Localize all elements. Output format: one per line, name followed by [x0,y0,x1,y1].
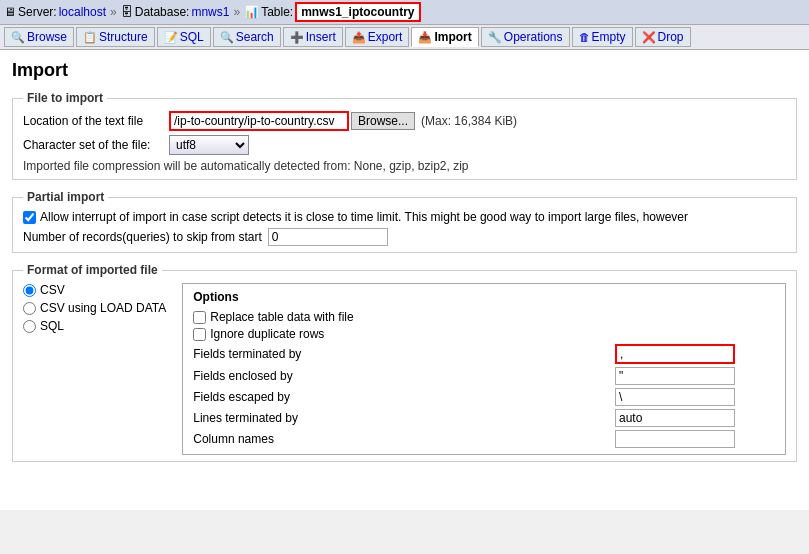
tab-browse-label: Browse [27,30,67,44]
db-link[interactable]: mnws1 [191,5,229,19]
sep1: » [110,5,117,19]
browse-button[interactable]: Browse... [351,112,415,130]
tab-operations-label: Operations [504,30,563,44]
table-breadcrumb: 📊 Table: mnws1_iptocountry [244,2,420,22]
format-csv-radio[interactable] [23,284,36,297]
file-location-row: Location of the text file Browse... (Max… [23,111,786,131]
charset-row: Character set of the file: utf8 latin1 u… [23,135,786,155]
format-csv-load-label: CSV using LOAD DATA [40,301,166,315]
file-input-group: Browse... [169,111,415,131]
table-icon: 📊 [244,5,259,19]
location-label: Location of the text file [23,114,163,128]
tab-insert-label: Insert [306,30,336,44]
tab-import-label: Import [434,30,471,44]
db-icon: 🗄 [121,5,133,19]
tab-insert[interactable]: ➕ Insert [283,27,343,47]
search-icon: 🔍 [220,31,234,44]
partial-import-section: Partial import Allow interrupt of import… [12,190,797,253]
compression-note: Imported file compression will be automa… [23,159,786,173]
drop-icon: ❌ [642,31,656,44]
replace-label: Replace table data with file [210,310,353,324]
db-breadcrumb[interactable]: 🗄 Database: mnws1 [121,5,230,19]
tab-search[interactable]: 🔍 Search [213,27,281,47]
lines-terminated-label: Lines terminated by [193,411,609,425]
export-icon: 📤 [352,31,366,44]
max-size-label: (Max: 16,384 KiB) [421,114,517,128]
import-icon: 📥 [418,31,432,44]
structure-icon: 📋 [83,31,97,44]
format-legend: Format of imported file [23,263,162,277]
tab-sql[interactable]: 📝 SQL [157,27,211,47]
format-sql-label: SQL [40,319,64,333]
fields-escaped-input[interactable] [615,388,735,406]
allow-interrupt-row: Allow interrupt of import in case script… [23,210,786,224]
tab-browse[interactable]: 🔍 Browse [4,27,74,47]
tab-operations[interactable]: 🔧 Operations [481,27,570,47]
ignore-label: Ignore duplicate rows [210,327,324,341]
options-grid: Replace table data with file Ignore dupl… [193,310,775,448]
file-to-import-legend: File to import [23,91,107,105]
fields-enclosed-label: Fields enclosed by [193,369,609,383]
tab-structure[interactable]: 📋 Structure [76,27,155,47]
records-input[interactable] [268,228,388,246]
fields-enclosed-input[interactable] [615,367,735,385]
format-csv-label: CSV [40,283,65,297]
tab-empty[interactable]: 🗑 Empty [572,27,633,47]
server-breadcrumb[interactable]: 🖥 Server: localhost [4,5,106,19]
browse-icon: 🔍 [11,31,25,44]
tab-sql-label: SQL [180,30,204,44]
fields-escaped-label: Fields escaped by [193,390,609,404]
tab-bar: 🔍 Browse 📋 Structure 📝 SQL 🔍 Search ➕ In… [0,25,809,50]
tab-search-label: Search [236,30,274,44]
allow-interrupt-checkbox[interactable] [23,211,36,224]
replace-checkbox[interactable] [193,311,206,324]
sql-icon: 📝 [164,31,178,44]
records-row: Number of records(queries) to skip from … [23,228,786,246]
empty-icon: 🗑 [579,31,590,43]
tab-drop-label: Drop [658,30,684,44]
operations-icon: 🔧 [488,31,502,44]
ignore-row: Ignore duplicate rows [193,327,775,341]
sep2: » [233,5,240,19]
column-names-label: Column names [193,432,609,446]
fields-terminated-input[interactable] [615,344,735,364]
tab-export[interactable]: 📤 Export [345,27,410,47]
ignore-checkbox[interactable] [193,328,206,341]
format-options-left: CSV CSV using LOAD DATA SQL [23,283,166,333]
breadcrumb-bar: 🖥 Server: localhost » 🗄 Database: mnws1 … [0,0,809,25]
replace-row: Replace table data with file [193,310,775,324]
table-label: Table: [261,5,293,19]
options-title: Options [193,290,775,304]
partial-import-legend: Partial import [23,190,108,204]
options-box: Options Replace table data with file Ign… [182,283,786,455]
format-sql-radio[interactable] [23,320,36,333]
records-label: Number of records(queries) to skip from … [23,230,262,244]
server-label: Server: [18,5,57,19]
insert-icon: ➕ [290,31,304,44]
file-path-input[interactable] [169,111,349,131]
db-label: Database: [135,5,190,19]
format-section: Format of imported file CSV CSV using LO… [12,263,797,462]
format-csv-load-row: CSV using LOAD DATA [23,301,166,315]
lines-terminated-input[interactable] [615,409,735,427]
server-link[interactable]: localhost [59,5,106,19]
format-csv-row: CSV [23,283,166,297]
table-current: mnws1_iptocountry [295,2,420,22]
tab-drop[interactable]: ❌ Drop [635,27,691,47]
main-content: Import File to import Location of the te… [0,50,809,510]
charset-label: Character set of the file: [23,138,163,152]
server-icon: 🖥 [4,5,16,19]
tab-import[interactable]: 📥 Import [411,27,478,47]
page-title: Import [12,60,797,81]
file-to-import-section: File to import Location of the text file… [12,91,797,180]
fields-terminated-label: Fields terminated by [193,347,609,361]
column-names-input[interactable] [615,430,735,448]
format-csv-load-radio[interactable] [23,302,36,315]
tab-empty-label: Empty [592,30,626,44]
charset-select[interactable]: utf8 latin1 utf16 ascii [169,135,249,155]
format-sql-row: SQL [23,319,166,333]
tab-structure-label: Structure [99,30,148,44]
format-layout: CSV CSV using LOAD DATA SQL Options [23,283,786,455]
tab-export-label: Export [368,30,403,44]
allow-interrupt-label: Allow interrupt of import in case script… [40,210,688,224]
